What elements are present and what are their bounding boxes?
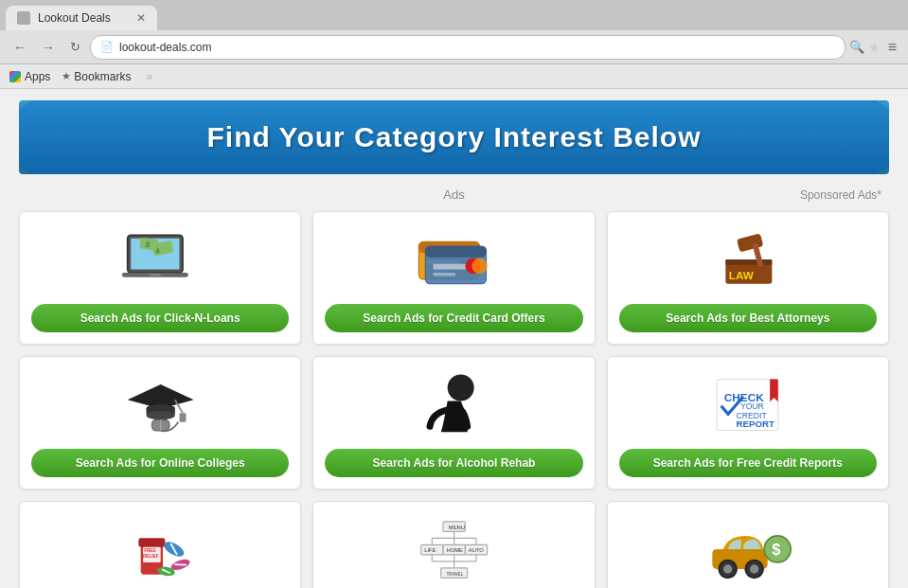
svg-rect-41 bbox=[138, 538, 165, 546]
bookmarks-star-icon: ★ bbox=[62, 70, 71, 82]
card-image-alcohol-rehab bbox=[325, 368, 582, 439]
card-image-click-n-loans: $ $ bbox=[31, 223, 289, 294]
bookmarks-button[interactable]: ★ Bookmarks bbox=[62, 70, 131, 83]
bookmarks-label: Bookmarks bbox=[74, 70, 131, 83]
banner-fold-right bbox=[889, 170, 897, 182]
banner-fold-left bbox=[11, 170, 19, 182]
card-button-attorneys[interactable]: Search Ads for Best Attorneys bbox=[619, 304, 877, 332]
card-button-free-credit-reports[interactable]: Search Ads for Free Credit Reports bbox=[619, 449, 877, 477]
svg-text:$: $ bbox=[772, 540, 780, 557]
apps-grid-icon bbox=[9, 71, 21, 82]
svg-point-75 bbox=[750, 564, 758, 573]
menu-icon[interactable]: ≡ bbox=[884, 37, 900, 58]
card-image-online-colleges bbox=[31, 368, 289, 439]
svg-text:TRAVEL: TRAVEL bbox=[446, 571, 463, 576]
svg-text:RELIEF: RELIEF bbox=[143, 554, 159, 559]
tab-bar: Lookout Deals ✕ bbox=[0, 0, 908, 30]
card-credit-card: Search Ads for Credit Card Offers bbox=[312, 211, 595, 345]
bookmarks-scroll-button[interactable]: » bbox=[146, 70, 152, 83]
svg-rect-22 bbox=[737, 233, 763, 252]
address-text: lookout-deals.com bbox=[119, 41, 835, 54]
bookmarks-bar: Apps ★ Bookmarks » bbox=[0, 64, 908, 89]
card-debt-consolidation: FREE RELIEF Search Ads for Debt Consolid… bbox=[19, 501, 301, 588]
nav-bar: ← → ↻ 📄 lookout-deals.com 🔍 ★ ≡ bbox=[0, 30, 908, 64]
card-button-click-n-loans[interactable]: Search Ads for Click-N-Loans bbox=[31, 304, 289, 332]
svg-text:REPORT: REPORT bbox=[737, 419, 774, 429]
reload-button[interactable]: ↻ bbox=[64, 36, 86, 58]
svg-point-3 bbox=[148, 274, 161, 276]
card-click-n-loans: $ $ Search Ads for Click-N-Loans bbox=[19, 211, 301, 345]
svg-rect-15 bbox=[433, 263, 466, 269]
card-online-colleges: Search Ads for Online Colleges bbox=[19, 356, 301, 490]
cards-grid: $ $ Search Ads for Click-N-Loans Search … bbox=[0, 207, 908, 588]
page-content: Find Your Category Interest Below Ads Sp… bbox=[0, 89, 908, 588]
svg-point-18 bbox=[472, 258, 487, 273]
card-image-free-credit-reports: CHECK YOUR CREDIT REPORT bbox=[619, 368, 877, 439]
tab-favicon bbox=[17, 11, 30, 25]
search-icon[interactable]: 🔍 bbox=[849, 40, 864, 54]
bookmark-star-icon[interactable]: ★ bbox=[868, 40, 881, 55]
banner-title: Find Your Category Interest Below bbox=[38, 121, 870, 153]
ads-label: Ads bbox=[443, 187, 464, 202]
card-button-credit-card[interactable]: Search Ads for Credit Card Offers bbox=[325, 304, 582, 332]
svg-rect-20 bbox=[725, 258, 772, 264]
apps-label: Apps bbox=[25, 70, 50, 83]
svg-rect-30 bbox=[179, 413, 186, 421]
address-bar[interactable]: 📄 lookout-deals.com bbox=[90, 35, 846, 60]
card-free-insurance: MENU LIFE HOME AUTO TRAVEL Search Ads fo… bbox=[312, 501, 595, 588]
svg-point-73 bbox=[723, 564, 732, 573]
banner-inner: Find Your Category Interest Below bbox=[19, 100, 889, 174]
card-alcohol-rehab: Search Ads for Alcohol Rehab bbox=[312, 356, 595, 490]
tab-title: Lookout Deals bbox=[38, 11, 111, 25]
forward-button[interactable]: → bbox=[36, 36, 61, 59]
ads-label-row: Ads Sponsored Ads* bbox=[0, 182, 908, 207]
card-image-free-insurance: MENU LIFE HOME AUTO TRAVEL bbox=[325, 513, 582, 584]
tab-close-button[interactable]: ✕ bbox=[136, 11, 146, 25]
svg-rect-14 bbox=[425, 245, 486, 257]
card-image-credit-card bbox=[325, 223, 582, 294]
svg-text:HOME: HOME bbox=[446, 547, 463, 553]
svg-point-33 bbox=[447, 374, 473, 401]
card-cheap-car-insurance: $ Search Ads for Cheap Car Insurance bbox=[607, 501, 889, 588]
svg-text:YOUR: YOUR bbox=[740, 401, 764, 410]
address-page-icon: 📄 bbox=[100, 41, 114, 53]
browser-chrome: Lookout Deals ✕ ← → ↻ 📄 lookout-deals.co… bbox=[0, 0, 908, 89]
svg-text:LIFE: LIFE bbox=[424, 547, 436, 553]
back-button[interactable]: ← bbox=[8, 36, 32, 59]
card-attorneys: LAW Search Ads for Best Attorneys bbox=[607, 211, 889, 345]
svg-text:MENU: MENU bbox=[449, 524, 465, 529]
svg-point-28 bbox=[146, 410, 174, 419]
active-tab[interactable]: Lookout Deals ✕ bbox=[6, 6, 157, 30]
card-button-online-colleges[interactable]: Search Ads for Online Colleges bbox=[31, 449, 289, 477]
svg-text:FREE: FREE bbox=[144, 548, 155, 553]
apps-button[interactable]: Apps bbox=[9, 70, 50, 83]
card-button-alcohol-rehab[interactable]: Search Ads for Alcohol Rehab bbox=[325, 449, 582, 477]
svg-text:AUTO: AUTO bbox=[469, 547, 485, 553]
card-image-cheap-car-insurance: $ bbox=[619, 513, 877, 584]
sponsored-label: Sponsored Ads* bbox=[800, 188, 881, 202]
banner: Find Your Category Interest Below bbox=[19, 100, 889, 174]
svg-rect-16 bbox=[433, 272, 454, 275]
svg-text:LAW: LAW bbox=[729, 268, 754, 280]
card-image-debt-consolidation: FREE RELIEF bbox=[31, 513, 289, 584]
card-free-credit-reports: CHECK YOUR CREDIT REPORT Search Ads for … bbox=[607, 356, 889, 490]
card-image-attorneys: LAW bbox=[619, 223, 877, 294]
